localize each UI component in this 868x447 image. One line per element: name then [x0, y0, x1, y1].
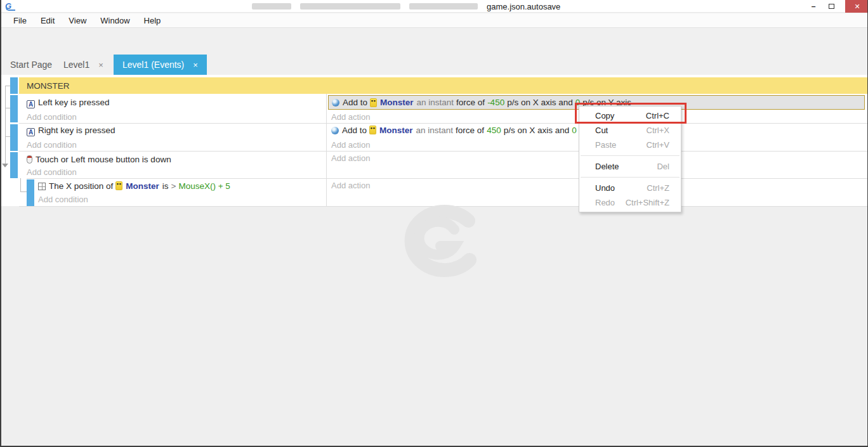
menu-edit[interactable]: Edit — [34, 14, 62, 27]
window-title-text: game.json.autosave — [487, 2, 560, 11]
row-divider — [19, 151, 868, 152]
tab-level1[interactable]: Level1× — [55, 55, 112, 75]
object-thumbnail-icon — [369, 126, 376, 134]
add-action-link[interactable]: Add action — [331, 181, 370, 190]
gdevelop-watermark-icon — [393, 202, 482, 281]
app-logo-icon: G — [5, 1, 16, 11]
row-divider — [27, 178, 868, 179]
condition-row[interactable]: Touch orLeftmouse button is down — [27, 155, 174, 164]
sentence-text: force of — [456, 98, 485, 107]
add-action-link[interactable]: Add action — [331, 112, 370, 122]
menu-window[interactable]: Window — [93, 14, 136, 27]
sentence-text: an instant — [416, 126, 454, 135]
sentence-text: Right key is pressed — [38, 126, 115, 135]
event-highlight-bar — [10, 77, 18, 94]
context-menu-item-paste: PasteCtrl+V — [579, 138, 681, 152]
menu-bar: File Edit View Window Help — [1, 13, 867, 28]
keyboard-key-icon — [27, 128, 35, 136]
window-title: game.json.autosave — [252, 3, 560, 10]
events-sheet: MONSTER Left key is pressed Add conditio… — [1, 75, 868, 206]
minimize-button[interactable]: – — [805, 0, 822, 13]
tree-line — [5, 86, 6, 165]
object-name: Monster — [126, 181, 159, 191]
force-icon — [332, 99, 339, 107]
sentence-text: p/s on X axis and — [504, 126, 570, 135]
parameter-value: -450 — [487, 98, 504, 107]
toolbar — [1, 28, 867, 55]
subevent-highlight-bar — [27, 179, 34, 206]
condition-row[interactable]: Left key is pressed — [27, 98, 112, 108]
parameter-value: 450 — [487, 126, 501, 135]
sentence-text: Add to — [343, 98, 367, 107]
add-condition-link[interactable]: Add condition — [27, 112, 77, 122]
object-thumbnail-icon — [370, 98, 377, 107]
sentence-text: force of — [456, 126, 484, 135]
comment-event[interactable]: MONSTER — [19, 77, 868, 94]
event-highlight-bar — [10, 152, 18, 178]
close-tab-icon[interactable]: × — [98, 60, 103, 70]
menu-separator — [581, 177, 680, 178]
tree-line — [5, 136, 10, 137]
add-condition-link[interactable]: Add condition — [38, 195, 88, 204]
tree-line — [5, 86, 10, 86]
force-icon — [331, 127, 339, 134]
position-icon — [38, 183, 46, 190]
sentence-text: Left key is pressed — [38, 98, 110, 107]
tab-bar: Start Page Level1× Level1 (Events)× — [1, 55, 867, 75]
add-condition-link[interactable]: Add condition — [27, 140, 77, 150]
sentence-text: Touch or — [36, 155, 69, 164]
condition-row[interactable]: Right key is pressed — [27, 126, 118, 136]
event-highlight-bar — [10, 124, 18, 151]
sentence-text: Add to — [342, 126, 367, 135]
subevent-condition-row[interactable]: The X position ofMonsteris>MouseX() + 5 — [38, 181, 233, 191]
sentence-text: The X position of — [49, 181, 113, 191]
add-action-link[interactable]: Add action — [331, 153, 370, 163]
keyboard-key-icon — [27, 100, 35, 108]
context-menu-item-delete[interactable]: DeleteDel — [579, 159, 681, 174]
object-thumbnail-icon — [115, 181, 122, 190]
object-name: Monster — [380, 98, 414, 107]
tree-line — [20, 191, 27, 192]
tree-line — [20, 178, 21, 191]
add-condition-link[interactable]: Add condition — [27, 167, 77, 177]
object-name: Monster — [379, 126, 413, 135]
gdevelop-window: G game.json.autosave – ✕ File Edit View … — [0, 0, 868, 447]
sentence-text: > — [171, 181, 176, 191]
sentence-text: mouse button is down — [88, 155, 171, 164]
sentence-text: an instant — [417, 98, 454, 107]
menu-separator — [581, 155, 680, 156]
context-menu-item-redo: RedoCtrl+Shift+Z — [579, 195, 681, 210]
restore-icon — [829, 4, 834, 9]
redacted-title-segment — [252, 3, 291, 10]
close-button[interactable]: ✕ — [845, 0, 868, 13]
add-action-link[interactable]: Add action — [331, 140, 370, 150]
tab-level1-events[interactable]: Level1 (Events)× — [114, 55, 207, 75]
context-menu-item-cut[interactable]: CutCtrl+X — [579, 123, 681, 138]
redacted-title-segment — [300, 3, 400, 10]
event-highlight-bar — [10, 95, 18, 122]
collapse-arrow-icon[interactable] — [2, 164, 8, 167]
row-divider — [19, 123, 868, 124]
close-tab-icon[interactable]: × — [193, 60, 198, 70]
parameter-value: 0 — [572, 126, 577, 135]
menu-file[interactable]: File — [6, 14, 34, 27]
restore-button[interactable] — [822, 0, 840, 13]
menu-view[interactable]: View — [62, 14, 93, 27]
sentence-text: p/s on X axis and — [507, 98, 573, 107]
sentence-text: is — [162, 181, 169, 191]
sentence-text: Left — [71, 155, 86, 164]
parameter-value: MouseX() + 5 — [178, 181, 230, 191]
redacted-title-segment — [409, 3, 478, 10]
annotation-highlight-box — [575, 103, 687, 124]
tab-start-page[interactable]: Start Page — [1, 55, 61, 75]
menu-help[interactable]: Help — [137, 14, 168, 27]
context-menu-item-undo[interactable]: UndoCtrl+Z — [579, 181, 681, 195]
title-bar: G game.json.autosave – ✕ — [1, 0, 867, 13]
mouse-icon — [27, 155, 32, 164]
column-divider — [326, 94, 327, 206]
tree-line — [5, 108, 10, 108]
